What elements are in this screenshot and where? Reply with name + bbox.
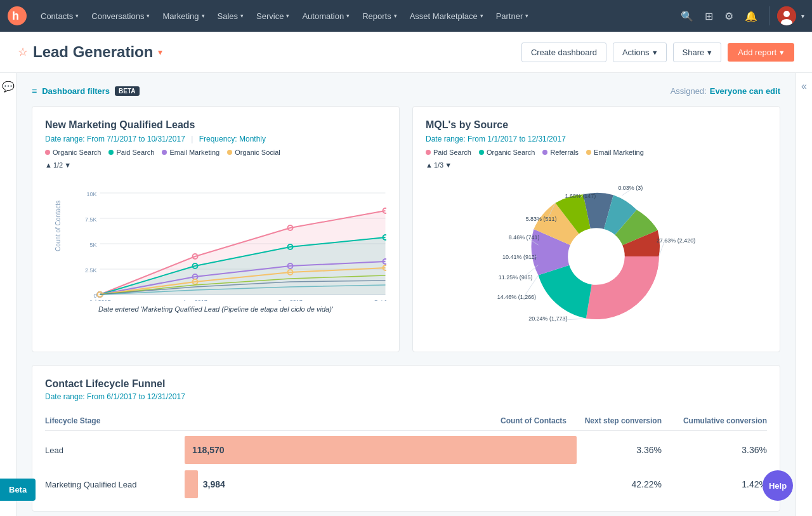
header-count: Count of Contacts bbox=[185, 416, 577, 425]
funnel-count-lead: 118,570 bbox=[192, 445, 225, 455]
favorite-star-icon[interactable]: ☆ bbox=[18, 45, 28, 59]
funnel-cumulative-lead: 3.36% bbox=[672, 445, 767, 455]
nav-item-asset-marketplace[interactable]: Asset Marketplace▾ bbox=[403, 0, 490, 32]
chart2-date-range: Date range: From 1/1/2017 to 12/31/2017 bbox=[426, 135, 566, 143]
svg-point-3 bbox=[783, 11, 790, 17]
marketplace-button[interactable]: ⊞ bbox=[701, 6, 717, 26]
nav-item-reports[interactable]: Reports▾ bbox=[356, 0, 403, 32]
dashboard-filters-label[interactable]: Dashboard filters bbox=[42, 86, 110, 96]
nav-item-service[interactable]: Service▾ bbox=[250, 0, 296, 32]
nav-item-marketing[interactable]: Marketing▾ bbox=[156, 0, 211, 32]
funnel-title: Contact Lifecycle Funnel bbox=[45, 378, 767, 390]
actions-button[interactable]: Actions ▾ bbox=[613, 43, 667, 62]
line-chart-wrapper: Count of Contacts 0 2.5K 5K 7.5K 10K bbox=[45, 174, 386, 303]
chat-icon[interactable]: 💬 bbox=[2, 81, 15, 93]
filters-icon: ≡ bbox=[32, 86, 37, 96]
svg-text:0: 0 bbox=[93, 293, 96, 299]
chart2-tri-up-icon[interactable]: ▲ bbox=[426, 161, 433, 169]
page-header: ☆ Lead Generation ▾ Create dashboard Act… bbox=[0, 32, 812, 73]
chart1-date-range: Date range: From 7/1/2017 to 10/31/2017 bbox=[45, 135, 185, 143]
legend-item-email-marketing-2: Email Marketing bbox=[586, 149, 644, 156]
actions-caret-icon: ▾ bbox=[653, 48, 657, 57]
legend-item-paid-search-2: Paid Search bbox=[426, 149, 471, 156]
funnel-next-step-mql: 42.22% bbox=[577, 479, 672, 489]
funnel-label-lead: Lead bbox=[45, 446, 185, 455]
funnel-row-mql: Marketing Qualified Lead 3,984 42.22% 1.… bbox=[45, 470, 767, 498]
funnel-count-mql: 3,984 bbox=[203, 479, 225, 489]
nav-item-partner[interactable]: Partner▾ bbox=[490, 0, 535, 32]
funnel-bar-cell-lead: 118,570 bbox=[185, 436, 577, 464]
hubspot-logo[interactable]: h bbox=[8, 6, 27, 25]
legend-item-organic-search: Organic Search bbox=[45, 149, 101, 156]
header-cumulative: Cumulative conversion bbox=[672, 416, 767, 425]
beta-badge: BETA bbox=[115, 86, 139, 96]
pie-chart-container: 27.63% (2,420) 20.24% (1,773) 14.46% (1,… bbox=[426, 174, 767, 339]
nav-expand-caret[interactable]: ▾ bbox=[801, 13, 804, 20]
mql-source-pie-card: MQL's by Source Date range: From 1/1/201… bbox=[412, 106, 780, 352]
share-button[interactable]: Share ▾ bbox=[673, 43, 722, 62]
notifications-button[interactable]: 🔔 bbox=[741, 6, 761, 26]
nav-item-automation[interactable]: Automation▾ bbox=[296, 0, 356, 32]
chart1-legend: Organic Search Paid Search Email Marketi… bbox=[45, 149, 386, 156]
mql-line-chart-card: New Marketing Qualified Leads Date range… bbox=[32, 106, 400, 352]
tri-up-icon[interactable]: ▲ bbox=[45, 161, 52, 169]
chart1-frequency: Frequency: Monthly bbox=[199, 135, 266, 143]
svg-text:1.68% (147): 1.68% (147) bbox=[565, 193, 596, 199]
svg-text:8.46% (741): 8.46% (741) bbox=[509, 234, 540, 241]
settings-button[interactable]: ⚙ bbox=[721, 6, 737, 26]
svg-point-38 bbox=[568, 228, 625, 285]
assigned-prefix: Assigned: bbox=[671, 86, 707, 96]
title-dropdown-icon[interactable]: ▾ bbox=[158, 47, 162, 57]
svg-text:Jul 2017: Jul 2017 bbox=[89, 299, 110, 301]
funnel-next-step-lead: 3.36% bbox=[577, 445, 672, 455]
funnel-table-header: Lifecycle Stage Count of Contacts Next s… bbox=[45, 411, 767, 431]
funnel-label-mql: Marketing Qualified Lead bbox=[45, 480, 185, 489]
nav-item-sales[interactable]: Sales▾ bbox=[211, 0, 251, 32]
svg-text:5K: 5K bbox=[89, 242, 96, 248]
top-nav: h Contacts▾ Conversations▾ Marketing▾ Sa… bbox=[0, 0, 812, 32]
nav-item-contacts[interactable]: Contacts▾ bbox=[34, 0, 85, 32]
legend-item-organic-social: Organic Social bbox=[227, 149, 280, 156]
chart1-x-label: Date entered 'Marketing Qualified Lead (… bbox=[45, 305, 386, 313]
svg-text:20.24% (1,773): 20.24% (1,773) bbox=[528, 315, 567, 322]
share-caret-icon: ▾ bbox=[707, 48, 712, 57]
search-button[interactable]: 🔍 bbox=[677, 6, 697, 26]
nav-item-conversations[interactable]: Conversations▾ bbox=[85, 0, 156, 32]
svg-text:h: h bbox=[12, 10, 19, 22]
legend-item-email-marketing: Email Marketing bbox=[162, 149, 219, 156]
add-report-caret-icon: ▾ bbox=[780, 48, 784, 57]
legend-item-referrals: Referrals bbox=[542, 149, 579, 156]
funnel-cumulative-mql: 1.42% bbox=[672, 479, 767, 489]
create-dashboard-button[interactable]: Create dashboard bbox=[521, 43, 606, 62]
tri-down-icon[interactable]: ▼ bbox=[64, 161, 71, 169]
add-report-button[interactable]: Add report ▾ bbox=[728, 43, 794, 62]
legend-item-paid-search: Paid Search bbox=[108, 149, 154, 156]
legend-item-organic-search-2: Organic Search bbox=[479, 149, 535, 156]
chart2-tri-down-icon[interactable]: ▼ bbox=[445, 161, 452, 169]
svg-text:0.03% (3): 0.03% (3) bbox=[618, 185, 643, 191]
header-next-step: Next step conversion bbox=[577, 416, 672, 425]
chart2-legend: Paid Search Organic Search Referrals Ema… bbox=[426, 149, 767, 156]
nav-divider bbox=[769, 6, 769, 25]
page-title: Lead Generation bbox=[33, 43, 153, 61]
line-chart-svg: 0 2.5K 5K 7.5K 10K bbox=[74, 174, 386, 301]
svg-text:Aug 2017: Aug 2017 bbox=[183, 299, 207, 301]
filters-bar: ≡ Dashboard filters BETA Assigned: Every… bbox=[32, 86, 780, 96]
assigned-link[interactable]: Everyone can edit bbox=[710, 86, 780, 96]
header-actions: Create dashboard Actions ▾ Share ▾ Add r… bbox=[521, 43, 794, 62]
right-expand-panel: « bbox=[796, 73, 812, 516]
svg-text:27.63% (2,420): 27.63% (2,420) bbox=[657, 237, 695, 244]
page-title-area: ☆ Lead Generation ▾ bbox=[18, 43, 162, 61]
funnel-card: Contact Lifecycle Funnel Date range: Fro… bbox=[32, 365, 780, 512]
beta-button[interactable]: Beta bbox=[0, 479, 36, 501]
avatar[interactable] bbox=[777, 6, 796, 25]
svg-text:5.83% (511): 5.83% (511) bbox=[526, 216, 557, 222]
funnel-row-lead: Lead 118,570 3.36% 3.36% bbox=[45, 436, 767, 464]
funnel-bar-cell-mql: 3,984 bbox=[185, 470, 577, 498]
help-button[interactable]: Help bbox=[763, 470, 793, 501]
collapse-right-icon[interactable]: « bbox=[801, 81, 807, 92]
header-stage: Lifecycle Stage bbox=[45, 416, 185, 425]
svg-text:14.46% (1,266): 14.46% (1,266) bbox=[497, 294, 536, 300]
left-side-panel: 💬 bbox=[0, 73, 16, 516]
y-axis-label: Count of Contacts bbox=[55, 226, 62, 251]
